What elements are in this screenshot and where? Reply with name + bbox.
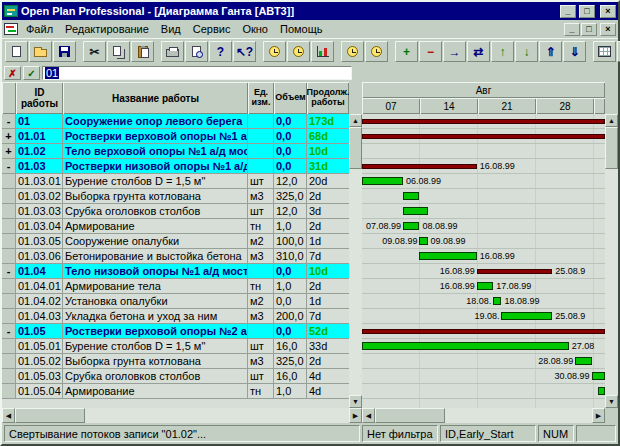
unit-cell[interactable] bbox=[248, 144, 274, 158]
unit-cell[interactable]: тн bbox=[248, 384, 274, 398]
expand-toggle[interactable]: - bbox=[2, 114, 16, 128]
histogram-button[interactable] bbox=[311, 41, 334, 62]
menu-edit[interactable]: Редактирование bbox=[59, 22, 155, 36]
unit-cell[interactable]: м3 bbox=[248, 309, 274, 323]
task-name-cell[interactable]: Выборка грунта котлована bbox=[63, 189, 248, 203]
gantt-bar-01.03.03[interactable] bbox=[403, 207, 428, 215]
unit-cell[interactable]: шт bbox=[248, 204, 274, 218]
column-header-name[interactable]: Название работы bbox=[63, 82, 248, 114]
duration-cell[interactable]: 10d bbox=[307, 264, 349, 278]
duration-cell[interactable]: 33d bbox=[307, 339, 349, 353]
expand-toggle[interactable]: - bbox=[2, 324, 16, 338]
task-id-cell[interactable]: 01 bbox=[16, 114, 63, 128]
task-row-01.03.04[interactable]: 01.03.04Армированиетн1,02d bbox=[2, 219, 349, 234]
table-vertical-scrollbar[interactable]: ▲ ▼ bbox=[349, 114, 362, 408]
move-down-button[interactable]: ↓ bbox=[515, 41, 538, 62]
menu-help[interactable]: Помощь bbox=[274, 22, 329, 36]
unit-cell[interactable] bbox=[248, 129, 274, 143]
task-name-cell[interactable]: Тело низовой опоры №1 а/д моста bbox=[63, 264, 248, 278]
gantt-bar-01.05.04[interactable] bbox=[598, 387, 605, 395]
menu-file[interactable]: Файл bbox=[20, 22, 59, 36]
gantt-bar-01.05.03[interactable] bbox=[592, 372, 605, 380]
volume-cell[interactable]: 12,0 bbox=[274, 204, 307, 218]
task-name-cell[interactable]: Сооружение опалубки bbox=[63, 234, 248, 248]
task-row-01.03.05[interactable]: 01.03.05Сооружение опалубким2100,01d bbox=[2, 234, 349, 249]
print-button[interactable] bbox=[161, 41, 184, 62]
task-name-cell[interactable]: Срубка оголовков столбов bbox=[63, 369, 248, 383]
duration-cell[interactable]: 31d bbox=[307, 159, 349, 173]
mdi-close-button[interactable]: × bbox=[600, 23, 616, 36]
task-id-cell[interactable]: 01.01 bbox=[16, 129, 63, 143]
volume-cell[interactable]: 1,0 bbox=[274, 219, 307, 233]
duration-cell[interactable]: 4d bbox=[307, 369, 349, 383]
resource-scheduling-button[interactable] bbox=[287, 41, 310, 62]
expand-toggle[interactable]: + bbox=[2, 144, 16, 158]
task-name-cell[interactable]: Бурение столбов D = 1,5 м" bbox=[63, 174, 248, 188]
open-button[interactable] bbox=[29, 41, 52, 62]
duration-cell[interactable]: 68d bbox=[307, 129, 349, 143]
baseline-clock-button[interactable] bbox=[365, 41, 388, 62]
new-document-button[interactable] bbox=[5, 41, 28, 62]
unit-cell[interactable]: м2 bbox=[248, 294, 274, 308]
task-id-cell[interactable]: 01.03.01 bbox=[16, 174, 63, 188]
duration-cell[interactable]: 7d bbox=[307, 249, 349, 263]
context-help-button[interactable]: ↖? bbox=[233, 41, 256, 62]
gantt-bar-01.03[interactable] bbox=[362, 164, 477, 169]
gantt-bar-01.04.02[interactable] bbox=[493, 297, 501, 305]
task-name-cell[interactable]: Выборка грунта котлована bbox=[63, 354, 248, 368]
minimize-button[interactable]: _ bbox=[560, 5, 576, 18]
volume-cell[interactable]: 200,0 bbox=[274, 309, 307, 323]
volume-cell[interactable]: 0,0 bbox=[274, 294, 307, 308]
task-name-cell[interactable]: Укладка бетона и уход за ним bbox=[63, 309, 248, 323]
task-name-cell[interactable]: Бурение столбов D = 1,5 м" bbox=[63, 339, 248, 353]
link-activities-button[interactable]: → bbox=[443, 41, 466, 62]
menu-view[interactable]: Вид bbox=[155, 22, 187, 36]
task-name-cell[interactable]: Ростверки верховой опоры №2 а/д bbox=[63, 324, 248, 338]
task-id-cell[interactable]: 01.04 bbox=[16, 264, 63, 278]
gantt-hscroll-thumb[interactable] bbox=[375, 408, 445, 423]
unit-cell[interactable]: шт bbox=[248, 339, 274, 353]
print-preview-button[interactable] bbox=[185, 41, 208, 62]
time-analysis-button[interactable] bbox=[263, 41, 286, 62]
table-hscroll-track[interactable] bbox=[85, 408, 349, 423]
expand-toggle[interactable]: - bbox=[2, 264, 16, 278]
task-name-cell[interactable]: Армирование тела bbox=[63, 279, 248, 293]
expand-toggle[interactable]: + bbox=[2, 129, 16, 143]
gantt-bar-01.05.02[interactable] bbox=[575, 357, 591, 365]
task-name-cell[interactable]: Срубка оголовков столбов bbox=[63, 204, 248, 218]
accept-edit-button[interactable]: ✓ bbox=[23, 66, 40, 80]
volume-cell[interactable]: 310,0 bbox=[274, 249, 307, 263]
cell-edit-input[interactable]: 01 bbox=[42, 66, 352, 80]
gantt-scroll-right-button[interactable]: ▶ bbox=[592, 408, 605, 423]
copy-button[interactable] bbox=[107, 41, 130, 62]
task-id-cell[interactable]: 01.03.03 bbox=[16, 204, 63, 218]
task-id-cell[interactable]: 01.04.01 bbox=[16, 279, 63, 293]
gantt-bar-01.04.01[interactable] bbox=[477, 282, 493, 290]
table-scroll-down-button[interactable]: ▼ bbox=[349, 395, 362, 408]
table-hscroll-thumb[interactable] bbox=[15, 408, 85, 423]
unit-cell[interactable]: м3 bbox=[248, 354, 274, 368]
unit-cell[interactable]: шт bbox=[248, 369, 274, 383]
unit-cell[interactable] bbox=[248, 324, 274, 338]
task-name-cell[interactable]: Установка опалубки bbox=[63, 294, 248, 308]
task-id-cell[interactable]: 01.05.01 bbox=[16, 339, 63, 353]
duration-cell[interactable]: 173d bbox=[307, 114, 349, 128]
gantt-hscroll-track[interactable] bbox=[445, 408, 592, 423]
progress-clock-button[interactable] bbox=[341, 41, 364, 62]
task-name-cell[interactable]: Бетонирование и выстойка бетона bbox=[63, 249, 248, 263]
task-name-cell[interactable]: Тело верховой опоры №1 а/д моста bbox=[63, 144, 248, 158]
table-scroll-track[interactable] bbox=[349, 169, 362, 395]
task-id-cell[interactable]: 01.05.04 bbox=[16, 384, 63, 398]
table-horizontal-scrollbar[interactable]: ◀ ▶ bbox=[2, 408, 362, 423]
task-id-cell[interactable]: 01.05.03 bbox=[16, 369, 63, 383]
duration-cell[interactable]: 3d bbox=[307, 204, 349, 218]
gantt-scroll-left-button[interactable]: ◀ bbox=[362, 408, 375, 423]
volume-cell[interactable]: 16,0 bbox=[274, 339, 307, 353]
task-id-cell[interactable]: 01.04.02 bbox=[16, 294, 63, 308]
task-row-01.04.03[interactable]: 01.04.03Укладка бетона и уход за нимм320… bbox=[2, 309, 349, 324]
close-button[interactable]: × bbox=[600, 5, 616, 18]
volume-cell[interactable]: 16,0 bbox=[274, 369, 307, 383]
volume-cell[interactable]: 1,0 bbox=[274, 384, 307, 398]
task-row-01.04.02[interactable]: 01.04.02Установка опалубким20,01d bbox=[2, 294, 349, 309]
task-row-01[interactable]: -01Сооружение опор левого берега0,0173d bbox=[2, 114, 349, 129]
